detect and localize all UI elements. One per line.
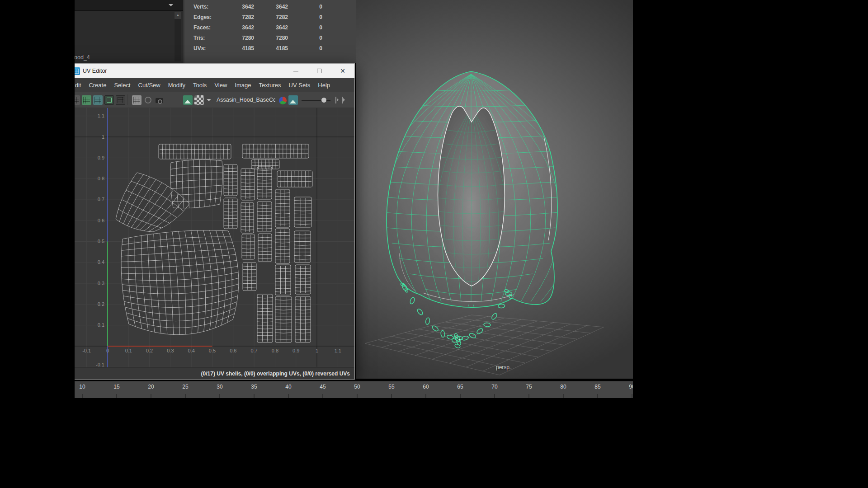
svg-text:0: 0: [106, 348, 109, 353]
maximize-button[interactable]: [307, 64, 331, 78]
uv-editor-app-icon: [75, 67, 80, 75]
window-title: UV Editor: [83, 68, 107, 74]
menu-tools[interactable]: Tools: [193, 82, 207, 89]
hud-row: Faces:364236420: [193, 22, 322, 33]
menu-select[interactable]: Select: [114, 82, 130, 89]
svg-text:0.4: 0.4: [98, 259, 104, 265]
move-uv-shell-icon[interactable]: [82, 95, 91, 105]
shade-uvs-icon[interactable]: [143, 95, 153, 105]
timeline-tick: [151, 394, 151, 398]
uv-editor-menubar: EditCreateSelectCut/SewModifyToolsViewIm…: [75, 78, 354, 92]
svg-text:0.3: 0.3: [167, 348, 174, 353]
hud-value: 3642: [254, 24, 288, 31]
timeline-frame-label: 15: [113, 384, 119, 390]
menu-help[interactable]: Help: [318, 82, 330, 89]
uv-editor-titlebar[interactable]: UV Editor ✕: [75, 64, 354, 78]
hud-label: Faces:: [193, 24, 229, 31]
scroll-up-icon[interactable]: ▲: [175, 12, 181, 19]
svg-text:0.3: 0.3: [98, 281, 104, 286]
uv-editor-toolbar: Assasin_Hood_BaseCc: [75, 92, 354, 108]
svg-text:-0.1: -0.1: [82, 348, 91, 353]
timeline-frame-label: 25: [182, 384, 188, 390]
menu-image[interactable]: Image: [235, 82, 251, 89]
timeline-tick: [529, 394, 529, 398]
svg-text:0.9: 0.9: [292, 348, 299, 353]
hud-strip: Verts:364236420Edges:728272820Faces:3642…: [183, 0, 356, 63]
exposure-marker-b-icon[interactable]: [340, 95, 345, 105]
svg-text:0.2: 0.2: [98, 301, 104, 307]
timeline-tick: [288, 394, 289, 398]
time-slider[interactable]: 1015202530354045505560657075808590: [75, 381, 633, 398]
close-icon: ✕: [340, 68, 345, 74]
timeline-frame-label: 90: [629, 384, 633, 390]
menu-view[interactable]: View: [214, 82, 227, 89]
svg-text:0.2: 0.2: [146, 348, 153, 353]
pixel-snap-icon[interactable]: [132, 95, 142, 105]
menu-cut-sew[interactable]: Cut/Sew: [138, 82, 160, 89]
timeline-tick: [220, 394, 220, 398]
timeline-frame-label: 50: [354, 384, 360, 390]
hud-row: UVs:418541850: [193, 43, 322, 53]
timeline-tick: [82, 394, 83, 398]
texture-border-display-icon[interactable]: [116, 95, 125, 105]
slider-handle[interactable]: [321, 98, 326, 103]
image-pixel-icon[interactable]: [288, 95, 298, 105]
timeline-tick: [117, 394, 117, 398]
minimize-button[interactable]: [284, 64, 307, 78]
hud-value: 3642: [229, 4, 254, 10]
svg-text:1.1: 1.1: [98, 113, 104, 118]
timeline-frame-label: 35: [251, 384, 257, 390]
shell-border-display-icon[interactable]: [104, 95, 114, 105]
outliner-header[interactable]: [75, 0, 183, 11]
maximize-icon: [317, 69, 321, 73]
menu-textures[interactable]: Textures: [259, 82, 281, 89]
svg-text:0.1: 0.1: [125, 348, 132, 353]
svg-text:0.1: 0.1: [98, 322, 104, 328]
display-image-icon[interactable]: [183, 95, 193, 105]
close-button[interactable]: ✕: [331, 64, 354, 78]
uv-snapshot-icon[interactable]: [155, 95, 164, 105]
menu-modify[interactable]: Modify: [168, 82, 185, 89]
timeline-tick: [323, 394, 323, 398]
timeline-tick: [357, 394, 358, 398]
svg-text:0.5: 0.5: [98, 239, 104, 244]
camera-name-label: persp: [487, 364, 519, 371]
svg-text:0.4: 0.4: [188, 348, 195, 353]
svg-text:0.8: 0.8: [98, 176, 104, 181]
svg-text:0.8: 0.8: [272, 348, 278, 353]
timeline-tick: [254, 394, 255, 398]
symmetry-uv-icon[interactable]: [93, 95, 103, 105]
timeline-frame-label: 20: [148, 384, 154, 390]
svg-text:1: 1: [316, 348, 318, 353]
window-controls: ✕: [284, 64, 354, 78]
hud-row: Verts:364236420: [193, 1, 322, 12]
texture-selector[interactable]: Assasin_Hood_BaseCc: [217, 97, 275, 103]
menu-edit[interactable]: Edit: [75, 82, 81, 89]
dropdown-caret-icon[interactable]: [169, 4, 173, 9]
svg-text:-0.1: -0.1: [96, 362, 104, 367]
timeline-frame-label: 85: [594, 384, 600, 390]
rgb-channels-icon[interactable]: [279, 97, 287, 104]
timeline-tick: [392, 394, 392, 398]
menu-create[interactable]: Create: [89, 82, 106, 89]
toolbar-group-exposure: [334, 95, 345, 105]
exposure-marker-a-icon[interactable]: [334, 95, 339, 105]
svg-text:0.6: 0.6: [230, 348, 236, 353]
outliner-scrollbar[interactable]: ▲: [175, 12, 181, 61]
texture-dropdown-caret-icon[interactable]: [206, 95, 212, 105]
uv-lattice-tool-icon[interactable]: [75, 95, 80, 105]
checker-map-icon[interactable]: [194, 95, 204, 105]
svg-text:1.1: 1.1: [335, 348, 341, 353]
menu-uv-sets[interactable]: UV Sets: [289, 82, 311, 89]
timeline-frame-label: 60: [423, 384, 429, 390]
uv-canvas[interactable]: 1.110.90.80.70.60.50.40.30.20.1-0.1-0.10…: [75, 108, 354, 367]
outliner-item-hood[interactable]: Hood_4: [75, 54, 90, 61]
outliner-panel: ▲ Hood_4: [75, 0, 183, 63]
svg-text:1: 1: [102, 134, 104, 140]
perspective-viewport[interactable]: persp: [356, 0, 633, 379]
minimize-icon: [293, 71, 298, 71]
timeline-frame-label: 30: [217, 384, 222, 390]
exposure-slider[interactable]: [302, 95, 330, 105]
toolbar-separator: [127, 94, 130, 105]
svg-text:0.7: 0.7: [98, 197, 104, 202]
